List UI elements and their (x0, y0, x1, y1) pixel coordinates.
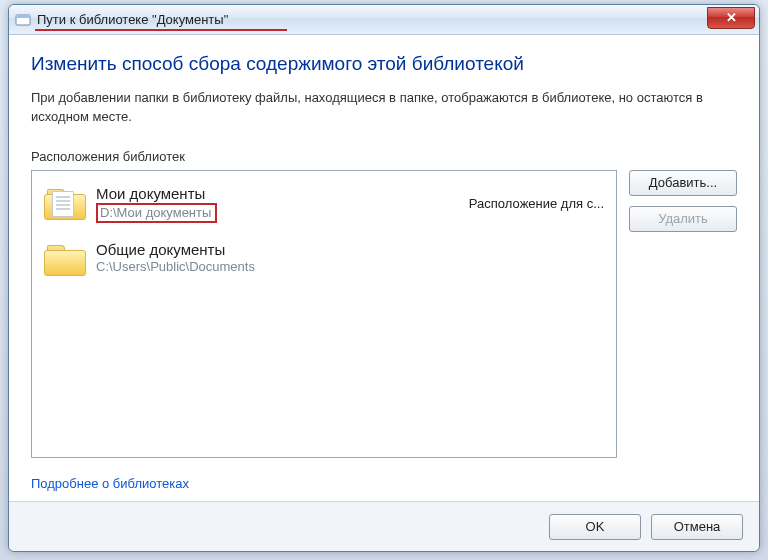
locations-label: Расположения библиотек (31, 149, 737, 164)
dialog-window: Пути к библиотеке "Документы" ✕ Изменить… (8, 4, 760, 552)
location-name: Общие документы (96, 241, 596, 258)
locations-row: Мои документы D:\Мои документы Расположе… (31, 170, 737, 458)
cancel-button[interactable]: Отмена (651, 514, 743, 540)
more-link-row: Подробнее о библиотеках (31, 458, 737, 501)
locations-list[interactable]: Мои документы D:\Мои документы Расположе… (31, 170, 617, 458)
button-bar: OK Отмена (9, 501, 759, 551)
window-title: Пути к библиотеке "Документы" (37, 12, 707, 27)
add-button[interactable]: Добавить... (629, 170, 737, 196)
ok-button[interactable]: OK (549, 514, 641, 540)
remove-button[interactable]: Удалить (629, 206, 737, 232)
folder-icon (44, 241, 86, 275)
location-text: Мои документы D:\Мои документы (96, 185, 461, 223)
more-about-libraries-link[interactable]: Подробнее о библиотеках (31, 476, 189, 491)
close-button[interactable]: ✕ (707, 7, 755, 29)
location-name: Мои документы (96, 185, 461, 202)
location-status: Расположение для с... (461, 196, 604, 211)
location-item[interactable]: Мои документы D:\Мои документы Расположе… (42, 181, 606, 237)
path-highlight: D:\Мои документы (96, 203, 217, 223)
window-icon (15, 12, 31, 28)
location-text: Общие документы C:\Users\Public\Document… (96, 241, 596, 274)
location-item[interactable]: Общие документы C:\Users\Public\Document… (42, 237, 606, 289)
dialog-description: При добавлении папки в библиотеку файлы,… (31, 89, 737, 127)
titlebar[interactable]: Пути к библиотеке "Документы" ✕ (9, 5, 759, 35)
folder-icon (44, 185, 86, 219)
side-buttons: Добавить... Удалить (629, 170, 737, 458)
location-path: D:\Мои документы (100, 205, 211, 220)
location-path: C:\Users\Public\Documents (96, 259, 596, 274)
svg-rect-1 (16, 15, 30, 18)
close-icon: ✕ (726, 10, 737, 25)
dialog-heading: Изменить способ сбора содержимого этой б… (31, 53, 737, 75)
title-highlight (35, 29, 287, 31)
dialog-content: Изменить способ сбора содержимого этой б… (9, 35, 759, 501)
